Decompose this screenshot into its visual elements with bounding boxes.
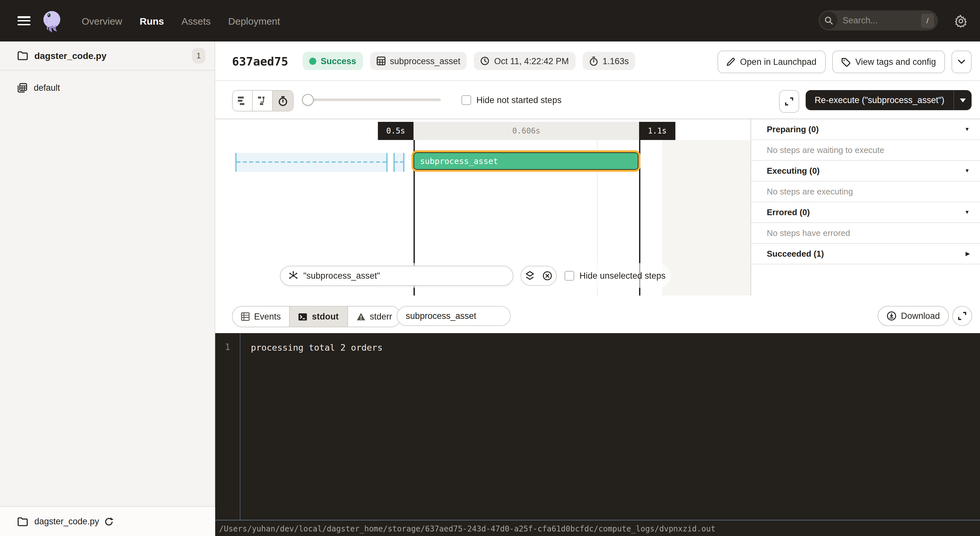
gantt-waiting-indicator — [235, 153, 388, 172]
job-label: default — [34, 83, 60, 92]
section-executing[interactable]: Executing (0)▼ — [751, 161, 980, 181]
job-tag[interactable]: subprocess_asset — [370, 52, 467, 70]
expand-icon — [785, 97, 793, 106]
tag-icon — [841, 57, 850, 67]
folder-icon — [18, 51, 28, 60]
reload-icon[interactable] — [104, 517, 113, 526]
clear-filter-icon[interactable] — [539, 266, 556, 286]
reexecute-dropdown[interactable] — [953, 90, 972, 110]
caret-down-icon: ▼ — [964, 126, 970, 132]
section-preparing[interactable]: Preparing (0)▼ — [751, 119, 980, 140]
section-errored[interactable]: Errored (0)▼ — [751, 202, 980, 223]
sidebar-item-code-location[interactable]: dagster_code.py 1 — [0, 41, 215, 71]
gear-icon[interactable] — [954, 14, 968, 28]
tab-stderr[interactable]: stderr — [348, 307, 401, 327]
run-header: 637aed75 Success subprocess_asset Oct 11… — [215, 41, 980, 81]
step-filter-row: "subprocess_asset" Hide unselected steps — [280, 263, 671, 288]
nav-overview[interactable]: Overview — [82, 15, 122, 26]
log-tabs: Events stdout stderr — [232, 306, 401, 327]
primary-nav: Overview Runs Assets Deployment — [82, 15, 280, 26]
app-root: Overview Runs Assets Deployment Search..… — [0, 0, 980, 536]
gantt-duration-band: 0.606s — [414, 122, 639, 140]
search-shortcut-badge: / — [921, 13, 934, 27]
menu-icon[interactable] — [18, 16, 30, 25]
tab-stdout[interactable]: stdout — [290, 307, 348, 327]
sidebar-item-job-default[interactable]: default — [0, 76, 215, 99]
gantt-section: 0.606s 0.5s 1.1s subprocess_asset "subpr… — [215, 119, 980, 296]
filter-actions — [520, 266, 557, 286]
expand-icon — [958, 312, 966, 320]
more-actions-button[interactable] — [951, 51, 972, 73]
log-fullscreen-button[interactable] — [952, 306, 972, 326]
chevron-down-icon — [958, 60, 965, 64]
section-succeeded[interactable]: Succeeded (1)▶ — [751, 244, 980, 264]
gantt-after-run-shade — [662, 140, 751, 296]
download-button[interactable]: Download — [878, 306, 949, 326]
caret-down-icon: ▼ — [964, 209, 970, 215]
zoom-slider-track[interactable] — [308, 99, 441, 101]
clock-icon — [480, 56, 490, 65]
run-id: 637aed75 — [232, 54, 288, 68]
gantt-fullscreen-button[interactable] — [779, 90, 799, 113]
log-step-selector[interactable]: subprocess_asset — [397, 306, 511, 326]
caret-down-icon — [960, 98, 966, 102]
code-location-label: dagster_code.py — [34, 51, 192, 61]
header-actions: Open in Launchpad View tags and config — [718, 51, 972, 73]
section-executing-body: No steps are executing — [751, 181, 980, 202]
hide-unselected-checkbox[interactable]: Hide unselected steps — [565, 270, 666, 280]
log-viewer[interactable]: 1 processing total 2 orders — [215, 333, 980, 520]
caret-down-icon: ▼ — [964, 168, 970, 174]
nav-deployment[interactable]: Deployment — [228, 15, 280, 26]
top-nav: Overview Runs Assets Deployment Search..… — [0, 0, 980, 41]
tab-events[interactable]: Events — [233, 307, 290, 327]
graph-query-icon — [288, 270, 298, 280]
gantt-canvas[interactable]: 0.606s 0.5s 1.1s subprocess_asset "subpr… — [215, 119, 751, 296]
section-preparing-body: No steps are waiting to execute — [751, 140, 980, 161]
checkbox-icon[interactable] — [565, 270, 574, 280]
search-placeholder: Search... — [843, 16, 921, 25]
view-waterfall-icon[interactable] — [253, 91, 273, 111]
search-icon — [820, 12, 837, 29]
status-dot-icon — [309, 57, 316, 65]
hide-not-started-checkbox[interactable]: Hide not started steps — [461, 95, 562, 105]
terminal-icon — [299, 313, 307, 321]
view-tags-config-button[interactable]: View tags and config — [832, 51, 945, 73]
log-toolbar: Events stdout stderr subprocess_asset Do… — [215, 296, 980, 333]
gantt-toolbar: Hide not started steps Re-execute ("subp… — [215, 81, 980, 119]
search-input[interactable]: Search... / — [819, 10, 938, 30]
step-filter-input[interactable]: "subprocess_asset" — [280, 266, 513, 286]
zoom-slider-handle[interactable] — [302, 94, 314, 106]
download-icon — [887, 311, 896, 321]
checkbox-icon[interactable] — [461, 95, 471, 105]
sidebar-footer: dagster_code.py — [0, 506, 215, 536]
run-count-badge: 1 — [192, 48, 205, 64]
step-filter-query: "subprocess_asset" — [303, 270, 380, 280]
log-line: 1 processing total 2 orders — [215, 333, 980, 353]
line-text: processing total 2 orders — [240, 342, 382, 353]
job-icon — [18, 83, 27, 92]
view-flat-icon[interactable] — [233, 91, 253, 111]
dagster-logo-icon[interactable] — [40, 8, 64, 33]
open-in-launchpad-button[interactable]: Open in Launchpad — [718, 51, 826, 73]
timestamp-tag: Oct 11, 4:22:42 PM — [474, 52, 576, 70]
layers-icon[interactable] — [521, 266, 539, 286]
step-status-panel: Preparing (0)▼ No steps are waiting to e… — [751, 119, 980, 296]
caret-right-icon: ▶ — [966, 251, 970, 257]
log-path-bar: /Users/yuhan/dev/local/dagster_home/stor… — [215, 520, 980, 536]
left-sidebar: dagster_code.py 1 default dagster_code.p… — [0, 41, 215, 536]
nav-assets[interactable]: Assets — [181, 15, 211, 26]
warning-icon — [356, 312, 365, 321]
log-file-path: /Users/yuhan/dev/local/dagster_home/stor… — [215, 524, 716, 533]
view-timed-icon[interactable] — [273, 91, 293, 111]
gantt-tick-start: 0.5s — [378, 122, 414, 140]
section-errored-body: No steps have errored — [751, 223, 980, 244]
table-icon — [241, 312, 250, 321]
pencil-icon — [727, 58, 735, 66]
gantt-step-bar[interactable]: subprocess_asset — [414, 152, 638, 170]
nav-runs[interactable]: Runs — [140, 15, 164, 26]
line-number: 1 — [215, 342, 240, 353]
stopwatch-icon — [589, 56, 598, 66]
footer-code-location-label: dagster_code.py — [34, 517, 99, 526]
folder-icon — [18, 517, 28, 526]
reexecute-button[interactable]: Re-execute ("subprocess_asset") — [806, 90, 972, 110]
